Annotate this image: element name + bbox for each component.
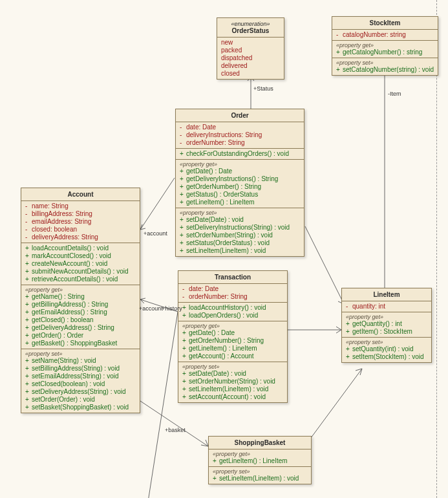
svg-line-2 xyxy=(305,226,344,304)
enum-literal: dispatched xyxy=(220,54,281,62)
member-row: -date: Date xyxy=(178,124,301,131)
class-stockitem: StockItem -catalogNumber: string «proper… xyxy=(332,16,438,76)
member-row: -deliveryInstructions: String xyxy=(178,131,301,139)
member-row: +setBillingAddress(String) : void xyxy=(24,365,137,373)
svg-line-7 xyxy=(140,401,208,446)
member-row: +getDate() : Date xyxy=(178,168,301,175)
svg-line-3 xyxy=(140,178,175,230)
class-shoppingbasket: ShoppingBasket «property get»+getLineIte… xyxy=(208,436,312,484)
member-row: +setAccount(Account) : void xyxy=(181,393,284,401)
member-row: +setLineItem(LineItem) : void xyxy=(211,475,308,482)
member-row: -orderNumber: String xyxy=(181,293,284,301)
member-row: +setLineItem(LineItem) : void xyxy=(181,385,284,393)
member-row: +getBasket() : ShoppingBasket xyxy=(24,340,137,347)
class-title: LineItem xyxy=(342,288,431,301)
member-row: -quantity: int xyxy=(345,303,429,310)
literals-section: newpackeddispatcheddeliveredclosed xyxy=(217,38,284,79)
class-title: StockItem xyxy=(332,17,438,30)
member-row: +getEmailAddress() : String xyxy=(24,309,137,316)
enum-literal: closed xyxy=(220,70,281,78)
member-row: -date: Date xyxy=(181,285,284,293)
member-row: +getBillingAddress() : String xyxy=(24,301,137,309)
member-row: +getDeliveryInstructions() : String xyxy=(178,175,301,183)
edge-label-history: +history xyxy=(162,305,182,312)
member-row: +setDeliveryAddress(String) : void xyxy=(24,388,137,396)
member-row: +getLineItem() : LineItem xyxy=(178,199,301,206)
member-row: +getCatalogNumber() : string xyxy=(335,49,435,56)
class-title: ShoppingBasket xyxy=(209,437,311,449)
member-row: +getItem() : StockItem xyxy=(345,328,429,336)
member-row: +getAccount() : Account xyxy=(181,352,284,360)
member-row: +markAccountClosed() : void xyxy=(24,252,137,260)
member-row: +setDeliveryInstructions(String) : void xyxy=(178,224,301,232)
edge-label-account: +account xyxy=(144,230,167,237)
class-title: «enumeration» OrderStatus xyxy=(217,18,284,38)
member-row: +getStatus() : OrderStatus xyxy=(178,191,301,199)
member-row: +submitNewAccountDetails() : void xyxy=(24,268,137,276)
member-row: +createNewAccount() : void xyxy=(24,260,137,268)
member-row: +setName(String) : void xyxy=(24,357,137,365)
member-row: +setDate(Date) : void xyxy=(181,370,284,378)
member-row: -billingAddress: String xyxy=(24,210,137,218)
member-row: +setItem(StockItem) : void xyxy=(345,353,429,361)
class-transaction: Transaction -date: Date-orderNumber: Str… xyxy=(178,270,288,403)
member-row: +setBasket(ShoppingBasket) : void xyxy=(24,404,137,411)
member-row: -orderNumber: String xyxy=(178,139,301,147)
edge-label-status: +Status xyxy=(253,85,273,92)
enum-literal: packed xyxy=(220,47,281,54)
enum-literal: new xyxy=(220,39,281,47)
member-row: -emailAddress: String xyxy=(24,218,137,226)
class-title: Account xyxy=(21,188,140,201)
member-row: -deliveryAddress: String xyxy=(24,233,137,241)
member-row: +setLineItem(LineItem) : void xyxy=(178,247,301,255)
member-row: +loadAccountHistory() : void xyxy=(181,304,284,312)
member-row: +getOrder() : Order xyxy=(24,332,137,340)
member-row: -closed: boolean xyxy=(24,226,137,233)
member-row: +setOrderNumber(String) : void xyxy=(178,232,301,239)
member-row: +loadAccountDetails() : void xyxy=(24,244,137,252)
edge-label-basket: +basket xyxy=(165,427,186,433)
member-row: +setStatus(OrderStatus) : void xyxy=(178,239,301,247)
member-row: +setCatalogNumber(string) : void xyxy=(335,66,435,74)
member-row: +getOrderNumber() : String xyxy=(181,337,284,345)
member-row: +getClosed() : boolean xyxy=(24,316,137,324)
member-row: +getDeliveryAddress() : String xyxy=(24,324,137,332)
edge-label-item: -Item xyxy=(388,91,401,97)
class-title: Order xyxy=(176,109,304,122)
member-row: +setQuantity(int) : void xyxy=(345,345,429,353)
enum-literal: delivered xyxy=(220,62,281,70)
member-row: -name: String xyxy=(24,202,137,210)
member-row: +getQuantity() : int xyxy=(345,320,429,328)
member-row: +checkForOutstandingOrders() : void xyxy=(178,150,301,158)
member-row: -catalogNumber: string xyxy=(335,31,435,39)
member-row: +setEmailAddress(String) : void xyxy=(24,373,137,380)
class-order: Order -date: Date-deliveryInstructions: … xyxy=(175,109,304,257)
member-row: +getLineItem() : LineItem xyxy=(211,457,308,465)
member-row: +retrieveAccountDetails() : void xyxy=(24,276,137,283)
member-row: +setClosed(boolean) : void xyxy=(24,380,137,388)
member-row: +setOrder(Order) : void xyxy=(24,396,137,404)
class-lineitem: LineItem -quantity: int «property get»+g… xyxy=(341,288,432,363)
class-title: Transaction xyxy=(178,271,287,284)
member-row: +setOrderNumber(String) : void xyxy=(181,378,284,385)
member-row: +getName() : String xyxy=(24,293,137,301)
class-orderstatus: «enumeration» OrderStatus newpackeddispa… xyxy=(217,17,284,80)
member-row: +setDate(Date) : void xyxy=(178,216,301,224)
member-row: +getOrderNumber() : String xyxy=(178,183,301,191)
member-row: +getLineItem() : LineItem xyxy=(181,345,284,352)
edge-label-account: +account xyxy=(139,305,163,312)
svg-line-4 xyxy=(140,312,178,498)
member-row: +loadOpenOrders() : void xyxy=(181,312,284,319)
class-account: Account -name: String-billingAddress: St… xyxy=(21,188,140,413)
member-row: +getDate() : Date xyxy=(181,329,284,337)
